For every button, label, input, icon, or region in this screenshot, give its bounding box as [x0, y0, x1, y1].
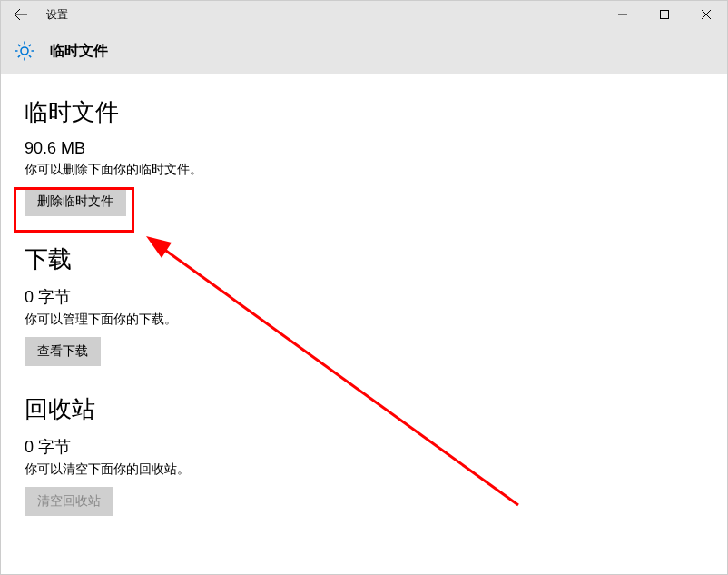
section-downloads: 下载 0 字节 你可以管理下面你的下载。 查看下载 — [25, 243, 703, 366]
window-controls — [602, 1, 727, 28]
close-icon — [702, 10, 711, 19]
window-title: 设置 — [46, 7, 602, 23]
section-temp-files: 临时文件 90.6 MB 你可以删除下面你的临时文件。 删除临时文件 — [25, 96, 703, 216]
recycle-size-value: 0 字节 — [25, 436, 703, 458]
temp-desc: 你可以删除下面你的临时文件。 — [25, 162, 703, 178]
section-heading: 临时文件 — [25, 96, 703, 128]
view-downloads-button[interactable]: 查看下载 — [25, 337, 101, 366]
title-bar: 设置 — [1, 1, 727, 28]
page-header: 临时文件 — [1, 28, 727, 74]
close-button[interactable] — [685, 1, 727, 28]
minimize-icon — [618, 10, 627, 19]
section-recycle-bin: 回收站 0 字节 你可以清空下面你的回收站。 清空回收站 — [25, 393, 703, 516]
maximize-button[interactable] — [644, 1, 685, 28]
downloads-desc: 你可以管理下面你的下载。 — [25, 312, 703, 328]
gear-icon — [14, 40, 35, 62]
empty-recycle-button[interactable]: 清空回收站 — [25, 487, 113, 516]
downloads-size-value: 0 字节 — [25, 286, 703, 308]
recycle-desc: 你可以清空下面你的回收站。 — [25, 461, 703, 478]
delete-temp-button[interactable]: 删除临时文件 — [25, 187, 126, 216]
section-heading: 下载 — [25, 243, 703, 275]
back-arrow-icon — [14, 7, 28, 22]
back-button[interactable] — [1, 1, 41, 28]
section-heading: 回收站 — [25, 393, 703, 425]
page-title: 临时文件 — [50, 42, 108, 61]
settings-window: 设置 临时文件 临时文件 90.6 MB 你可以删除下面你的临时文件。 删除临时… — [0, 0, 728, 575]
content-area: 临时文件 90.6 MB 你可以删除下面你的临时文件。 删除临时文件 下载 0 … — [1, 74, 727, 516]
svg-rect-1 — [661, 11, 669, 19]
minimize-button[interactable] — [602, 1, 644, 28]
temp-size-value: 90.6 MB — [25, 139, 703, 158]
maximize-icon — [660, 10, 669, 19]
